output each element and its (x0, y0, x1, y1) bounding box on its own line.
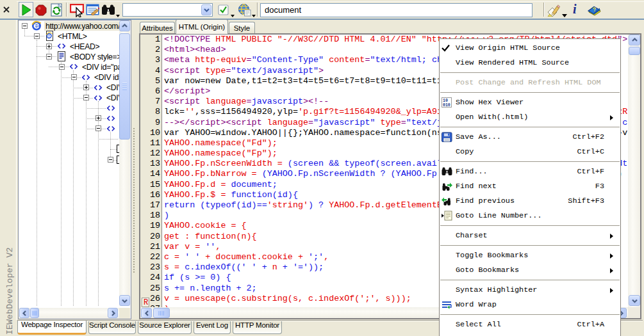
svg-text:10: 10 (443, 99, 448, 103)
svg-text:?: ? (592, 6, 597, 13)
svg-text:010: 010 (443, 103, 450, 108)
